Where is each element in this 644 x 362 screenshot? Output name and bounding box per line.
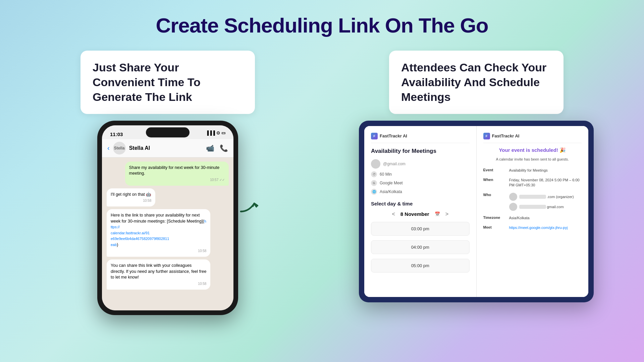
when-row: When Friday, November 08, 2024 5:00 PM –… bbox=[483, 178, 582, 188]
event-name-row: Event Availability for Meetings bbox=[483, 168, 582, 173]
bubble-r1-time: 10:58 bbox=[111, 198, 151, 203]
who-row: Who .com (organizer) g bbox=[483, 193, 582, 211]
contact-name: Stella AI bbox=[129, 145, 203, 151]
event-value: Availability for Meetings bbox=[509, 168, 582, 173]
status-icons: ▐▐▐ ⊙ ▭ bbox=[206, 130, 225, 135]
phone-mockup: 11:03 ▐▐▐ ⊙ ▭ ‹ Stella bbox=[97, 121, 238, 315]
back-button[interactable]: ‹ bbox=[107, 144, 110, 152]
ft-brand-right: FastTrackr AI bbox=[492, 133, 520, 138]
attendee-avatar bbox=[509, 203, 517, 211]
timezone-row: 🌐 Asia/Kolkata bbox=[371, 189, 470, 195]
signal-icon: ▐▐▐ bbox=[206, 130, 215, 135]
attendee-email-blur bbox=[519, 205, 546, 209]
duration-text: 60 Min bbox=[380, 172, 392, 177]
when-label: When bbox=[483, 178, 505, 188]
organizer-person: .com (organizer) bbox=[509, 193, 574, 201]
time-slot-3[interactable]: 05:00 pm bbox=[371, 259, 470, 273]
chat-bubble-received-1: I'll get right on that 🤖 10:58 bbox=[107, 188, 155, 207]
phone-call-icon[interactable]: 📞 bbox=[220, 144, 228, 152]
chat-bubble-received-3: You can share this link with your collea… bbox=[107, 259, 210, 290]
ft-logo-left: F bbox=[371, 133, 378, 139]
who-label: Who bbox=[483, 193, 505, 211]
user-email-row: @gmail.com bbox=[371, 159, 470, 169]
bubble-sent-time: 10:57 ✓✓ bbox=[129, 178, 225, 182]
wifi-icon: ⊙ bbox=[216, 130, 220, 135]
chat-bubble-received-2: Here is the link to share your availabil… bbox=[107, 209, 210, 257]
platform-row: G Google Meet bbox=[371, 180, 470, 186]
globe-icon: 🌐 bbox=[371, 189, 377, 195]
timezone-text: Asia/Kolkata bbox=[380, 189, 402, 194]
right-column: Attendees Can Check Your Availability An… bbox=[335, 51, 617, 302]
next-date-button[interactable]: > bbox=[445, 211, 448, 217]
bubble-r3-text: You can share this link with your collea… bbox=[111, 263, 206, 281]
calendar-icon: 📅 bbox=[435, 212, 440, 217]
meet-icon: G bbox=[371, 180, 377, 186]
time-slot-2[interactable]: 04:00 pm bbox=[371, 240, 470, 254]
battery-icon: ▭ bbox=[221, 130, 225, 135]
tablet-mockup: F FastTrackr AI Availability for Meeting… bbox=[359, 121, 594, 302]
timezone-detail-label: Timezone bbox=[483, 216, 505, 221]
timezone-detail-value: Asia/Kolkata bbox=[509, 216, 582, 221]
user-avatar bbox=[371, 159, 380, 169]
chat-action-icons[interactable]: 📹 📞 bbox=[206, 144, 228, 152]
ft-brand-left: FastTrackr AI bbox=[380, 133, 407, 138]
ft-header-left: F FastTrackr AI bbox=[371, 133, 470, 143]
when-value: Friday, November 08, 2024 5:00 PM – 6:00… bbox=[509, 178, 582, 188]
scheduled-title: Your event is scheduled! 🎉 bbox=[483, 147, 582, 153]
tablet-screen: F FastTrackr AI Availability for Meeting… bbox=[364, 126, 588, 297]
right-callout-text: Attendees Can Check Your Availability An… bbox=[401, 60, 551, 105]
bubble-r2-text: Here is the link to share your availabil… bbox=[111, 213, 206, 248]
availability-panel: F FastTrackr AI Availability for Meeting… bbox=[364, 126, 477, 297]
bubble-r2-time: 10:58 bbox=[111, 249, 206, 253]
chat-bubble-sent: Share my availability for next week for … bbox=[125, 162, 229, 186]
chat-header: ‹ Stella Stella AI 📹 📞 bbox=[102, 139, 233, 158]
platform-text: Google Meet bbox=[380, 181, 403, 185]
ft-header-right: F FastTrackr AI bbox=[483, 133, 582, 143]
meet-link[interactable]: https://meet.google.com/gtx-jhru-pyj bbox=[509, 225, 582, 230]
chat-body: Share my availability for next week for … bbox=[102, 158, 233, 310]
bubble-r3-time: 10:58 bbox=[111, 282, 206, 286]
phone-outer-frame: 11:03 ▐▐▐ ⊙ ▭ ‹ Stella bbox=[97, 121, 238, 315]
phone-time: 11:03 bbox=[110, 131, 123, 137]
date-navigator: < 8 November 📅 > bbox=[371, 211, 470, 217]
phone-screen: 11:03 ▐▐▐ ⊙ ▭ ‹ Stella bbox=[102, 125, 233, 310]
contact-avatar: Stella bbox=[113, 142, 126, 155]
bubble-r1-text: I'll get right on that 🤖 bbox=[111, 192, 151, 198]
prev-date-button[interactable]: < bbox=[392, 211, 395, 217]
organizer-avatar bbox=[509, 193, 517, 201]
left-callout-box: Just Share Your Convenient Time To Gener… bbox=[80, 51, 255, 114]
left-callout-text: Just Share Your Convenient Time To Gener… bbox=[93, 60, 243, 105]
attendee-suffix: gmail.com bbox=[547, 205, 564, 209]
ft-logo-right: F bbox=[483, 133, 490, 139]
arrow-indicator bbox=[238, 197, 265, 219]
select-day-label: Select day & time bbox=[371, 201, 470, 206]
organizer-email-blur bbox=[519, 195, 546, 199]
video-call-icon[interactable]: 📹 bbox=[206, 144, 214, 152]
current-date: 8 November bbox=[400, 211, 429, 217]
main-title: Create Scheduling Link On The Go bbox=[0, 0, 644, 37]
meet-row: Meet https://meet.google.com/gtx-jhru-py… bbox=[483, 225, 582, 230]
who-people: .com (organizer) gmail.com bbox=[509, 193, 574, 211]
meet-label: Meet bbox=[483, 225, 505, 230]
right-callout-box: Attendees Can Check Your Availability An… bbox=[389, 51, 564, 114]
phone-notch bbox=[146, 127, 190, 137]
user-email: @gmail.com bbox=[383, 162, 406, 166]
duration-row: ⏱ 60 Min bbox=[371, 171, 470, 177]
clock-icon: ⏱ bbox=[371, 171, 377, 177]
availability-title: Availability for Meetings bbox=[371, 148, 470, 155]
availability-meta: @gmail.com ⏱ 60 Min G Google Meet 🌐 A bbox=[371, 159, 470, 195]
attendee-person: gmail.com bbox=[509, 203, 574, 211]
bubble-sent-text: Share my availability for next week for … bbox=[129, 165, 225, 177]
confirmation-panel: F FastTrackr AI Your event is scheduled!… bbox=[477, 126, 589, 297]
time-slot-1[interactable]: 03:00 pm bbox=[371, 222, 470, 236]
timezone-detail-row: Timezone Asia/Kolkata bbox=[483, 216, 582, 221]
event-details: Event Availability for Meetings When Fri… bbox=[483, 168, 582, 231]
event-label: Event bbox=[483, 168, 505, 173]
organizer-suffix: .com (organizer) bbox=[547, 195, 574, 199]
avatar-brand: Stella bbox=[114, 146, 125, 150]
schedule-link[interactable]: https://calendar.fasttrackr.ai/91e69e9ee… bbox=[111, 219, 206, 247]
scheduled-subtitle: A calendar invite has been sent to all g… bbox=[483, 157, 582, 161]
